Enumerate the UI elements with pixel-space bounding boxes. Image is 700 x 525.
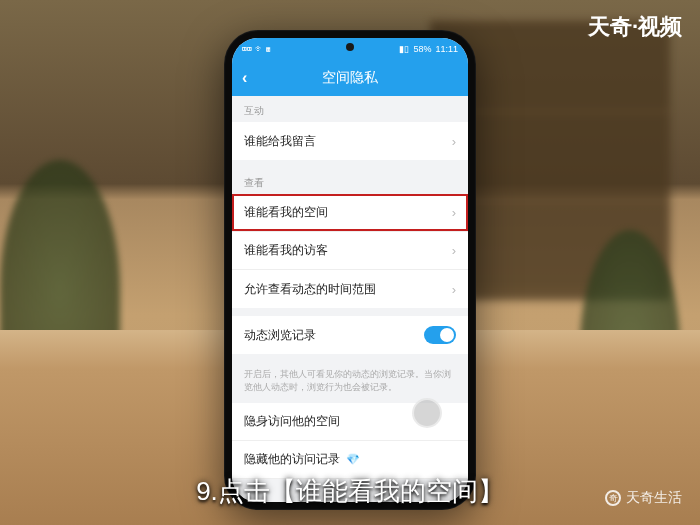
- status-left: ◫◫ ᯤ ▦: [242, 44, 271, 54]
- chevron-right-icon: ›: [452, 243, 456, 258]
- status-icons: ◫◫ ᯤ ▦: [242, 44, 271, 54]
- settings-content: 互动 谁能给我留言 › 查看 谁能看我的空间 › 谁能看我的访客 › 允许查看动…: [232, 96, 468, 502]
- row-time-range[interactable]: 允许查看动态的时间范围 ›: [232, 270, 468, 308]
- brand-logo-icon: 奇: [605, 490, 621, 506]
- row-label: 谁能看我的访客: [244, 242, 328, 259]
- clock: 11:11: [435, 44, 458, 54]
- touch-indicator: [412, 398, 442, 428]
- diamond-icon: 💎: [346, 453, 360, 466]
- row-leave-message[interactable]: 谁能给我留言 ›: [232, 122, 468, 160]
- camera-hole: [346, 43, 354, 51]
- watermark-top-right: 天奇·视频: [588, 12, 682, 42]
- phone-screen: ◫◫ ᯤ ▦ ▮▯ 58% 11:11 ‹ 空间隐私 互动 谁能给我留言 › 查…: [232, 38, 468, 502]
- row-label: 谁能给我留言: [244, 133, 316, 150]
- row-label: 谁能看我的空间: [244, 204, 328, 221]
- phone-frame: ◫◫ ᯤ ▦ ▮▯ 58% 11:11 ‹ 空间隐私 互动 谁能给我留言 › 查…: [224, 30, 476, 510]
- row-who-view-visitors[interactable]: 谁能看我的访客 ›: [232, 232, 468, 270]
- row-label: 隐身访问他的空间: [244, 413, 340, 430]
- toggle-on[interactable]: [424, 326, 456, 344]
- section-label-interact: 互动: [232, 96, 468, 122]
- help-text: 开启后，其他人可看见你的动态的浏览记录。当你浏览他人动态时，浏览行为也会被记录。: [232, 362, 468, 403]
- page-title: 空间隐私: [322, 69, 378, 87]
- title-bar: ‹ 空间隐私: [232, 60, 468, 96]
- chevron-right-icon: ›: [452, 205, 456, 220]
- watermark-bottom-right: 奇 天奇生活: [605, 489, 682, 507]
- chevron-right-icon: ›: [452, 134, 456, 149]
- signal-icon: ▮▯: [399, 44, 409, 54]
- brand-text: 天奇生活: [626, 489, 682, 507]
- chevron-right-icon: ›: [452, 282, 456, 297]
- row-label: 隐藏他的访问记录: [244, 451, 340, 468]
- instruction-caption: 9.点击【谁能看我的空间】: [196, 474, 504, 509]
- back-button[interactable]: ‹: [242, 69, 247, 87]
- status-right: ▮▯ 58% 11:11: [399, 44, 458, 54]
- row-who-view-space[interactable]: 谁能看我的空间 ›: [232, 194, 468, 232]
- battery-text: 58%: [413, 44, 431, 54]
- row-label: 动态浏览记录: [244, 327, 316, 344]
- section-label-view: 查看: [232, 168, 468, 194]
- row-label: 允许查看动态的时间范围: [244, 281, 376, 298]
- row-browse-record[interactable]: 动态浏览记录: [232, 316, 468, 354]
